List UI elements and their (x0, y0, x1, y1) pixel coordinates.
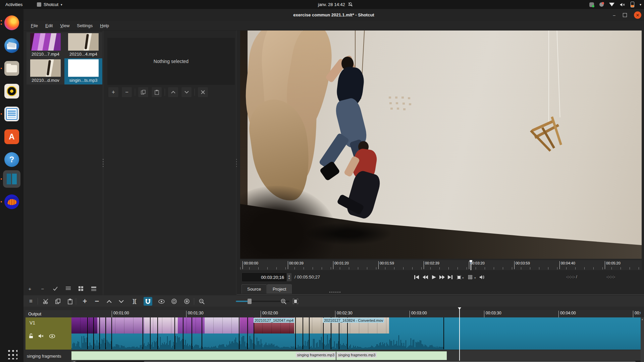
append-button[interactable]: + (80, 297, 89, 306)
overwrite-button[interactable] (117, 297, 125, 306)
window-titlebar: exercise commun 2021.1.mlt* - Shotcut – … (23, 9, 644, 21)
menu-file[interactable]: File (28, 22, 41, 29)
wall-tape (389, 97, 391, 99)
show-applications-button[interactable] (6, 348, 17, 359)
tab-project[interactable]: Project (267, 284, 292, 294)
tab-source[interactable]: Source (241, 284, 267, 294)
close-button[interactable]: ✕ (634, 11, 641, 19)
grid-button[interactable] (467, 275, 474, 280)
menu-edit[interactable]: Edit (42, 22, 56, 29)
dock-item-libreoffice-writer[interactable] (3, 105, 20, 123)
view-tiles-icon[interactable] (76, 284, 85, 293)
timeline-menu-button[interactable]: ≡ (26, 297, 35, 306)
timeline-ruler-label: 00:02:00 (261, 311, 278, 317)
snap-toggle[interactable] (144, 297, 152, 306)
zoom-fit-button[interactable] (455, 275, 462, 280)
playlist-update-button[interactable] (51, 284, 60, 293)
move-up-button[interactable] (168, 87, 178, 98)
properties-panel: Nothing selected + − (104, 31, 237, 295)
menu-help[interactable]: Help (97, 22, 112, 29)
menu-view[interactable]: View (57, 22, 73, 29)
split-button[interactable]: ][ (130, 297, 139, 306)
player-seek-ruler[interactable]: 00:00:0000:00:3900:01:2000:01:5900:02:39… (240, 260, 642, 270)
dock-item-ubuntu-software[interactable]: A (3, 128, 20, 145)
chevron-down-icon[interactable]: ▾ (474, 276, 476, 280)
cut-line (143, 317, 143, 349)
zoom-fit-button[interactable] (291, 297, 300, 306)
window-title: exercise commun 2021.1.mlt* - Shotcut (23, 9, 644, 21)
scroll-left-arrow[interactable]: ◀ (71, 361, 76, 362)
scroll-up-arrow[interactable]: ▲ (641, 318, 644, 320)
paste-button[interactable] (151, 87, 162, 98)
timeline-ruler-label: 00:03:30 (484, 311, 501, 317)
spinner-arrows[interactable]: ▲▼ (287, 273, 291, 281)
dock-item-shotcut[interactable] (3, 170, 20, 188)
dock-item-help[interactable]: ? (3, 151, 20, 168)
running-dot (1, 68, 2, 69)
zoom-in-button[interactable] (279, 297, 288, 306)
dock-item-audacity[interactable] (3, 193, 20, 210)
playlist-item[interactable]: 20210...4.mp4 (64, 32, 102, 58)
playlist-item[interactable]: 20210...d.mov (26, 58, 64, 84)
chevron-down-icon[interactable]: ▾ (462, 276, 464, 280)
dock-item-files[interactable] (3, 60, 20, 77)
copy-button[interactable] (53, 297, 62, 306)
restore-button[interactable] (621, 11, 629, 19)
zoom-out-button[interactable] (197, 297, 206, 306)
timeline-playhead[interactable] (459, 307, 460, 362)
remove-all-button[interactable] (198, 87, 208, 98)
activities-button[interactable]: Activities (5, 2, 22, 7)
lift-button[interactable] (105, 297, 113, 306)
playlist-item[interactable]: 20210...7.mp4 (26, 32, 64, 58)
copy-button[interactable] (138, 87, 149, 98)
menu-settings[interactable]: Settings (73, 22, 96, 29)
ripple-all-tracks-toggle[interactable] (182, 297, 191, 306)
vertical-scrollbar[interactable]: ▲ (641, 317, 644, 362)
audio-clip-body[interactable]: singing fragments.mp3 singing fragments.… (71, 351, 447, 360)
skip-previous-button[interactable] (413, 275, 420, 280)
audio-track[interactable]: singing fragments.mp3 singing fragments.… (71, 350, 641, 360)
video-track-header[interactable]: V1 (25, 317, 71, 350)
rewind-button[interactable] (422, 275, 429, 280)
video-preview (240, 31, 642, 259)
play-button[interactable] (431, 275, 437, 280)
remove-button[interactable]: − (121, 87, 132, 98)
ripple-delete-button[interactable]: − (93, 297, 101, 306)
output-track-button[interactable]: Output (25, 310, 71, 317)
scrub-while-dragging-toggle[interactable] (157, 297, 166, 306)
audio-track-header[interactable]: singing fragments (25, 350, 71, 362)
video-track[interactable]: 20210127_162047.mp4 20210127_163824 - Co… (71, 317, 641, 350)
add-button[interactable]: + (108, 87, 119, 98)
horizontal-scrollbar[interactable]: ◀ (71, 361, 641, 362)
app-menu-button[interactable]: Shotcut ▾ (37, 2, 62, 7)
ripple-toggle[interactable] (170, 297, 178, 306)
toolbar-separator (38, 298, 38, 305)
files-icon (4, 61, 19, 76)
view-icons-icon[interactable] (89, 284, 98, 293)
playlist-item-selected[interactable]: singin...ts.mp3 (64, 58, 102, 84)
timeline: Output 00:01:0000:01:3000:02:0000:02:300… (23, 307, 644, 362)
dock-item-thunderbird[interactable] (3, 37, 20, 54)
view-details-icon[interactable] (64, 284, 72, 293)
cut-line (93, 317, 94, 349)
playlist-add-button[interactable]: + (25, 284, 34, 293)
splitter-handle[interactable] (329, 292, 340, 293)
clock-button[interactable]: janv. 28 14:42 (318, 2, 353, 7)
lock-icon[interactable] (29, 334, 33, 339)
timecode-spinner[interactable]: 00:03:20;16 (242, 273, 286, 281)
minimize-button[interactable]: – (610, 11, 618, 19)
slider-handle[interactable] (248, 299, 252, 304)
cut-button[interactable] (42, 297, 50, 306)
dock-item-firefox[interactable] (3, 14, 20, 32)
dock-item-rhythmbox[interactable] (3, 82, 20, 100)
hide-eye-icon[interactable] (49, 334, 55, 338)
volume-button[interactable] (479, 275, 486, 280)
playlist-remove-button[interactable]: − (38, 284, 47, 293)
paste-button[interactable] (66, 297, 74, 306)
move-down-button[interactable] (181, 87, 192, 98)
fast-forward-button[interactable] (439, 275, 445, 280)
system-tray[interactable]: ▾ (589, 2, 641, 7)
mute-icon[interactable] (39, 334, 44, 338)
timeline-ruler[interactable]: 00:01:0000:01:3000:02:0000:02:3000:03:00… (71, 310, 641, 317)
skip-next-button[interactable] (447, 275, 453, 280)
